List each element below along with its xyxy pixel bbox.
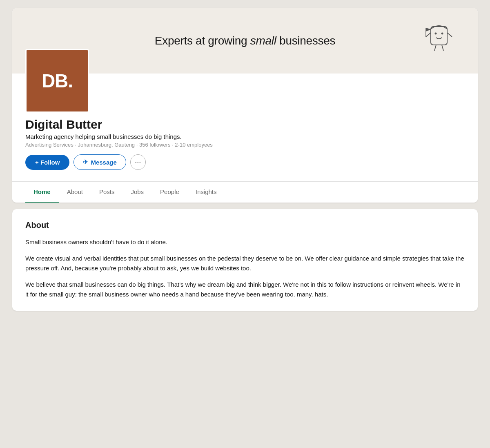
- mascot-illustration: [425, 16, 453, 49]
- svg-rect-0: [431, 27, 447, 45]
- message-button[interactable]: ✈ Message: [74, 154, 126, 170]
- about-paragraph-2: We create visual and verbal identities t…: [25, 254, 465, 273]
- company-meta: Advertising Services · Johannesburg, Gau…: [25, 142, 465, 148]
- company-logo-container: DB.: [25, 49, 465, 113]
- follow-button[interactable]: + Follow: [25, 155, 69, 170]
- action-buttons: + Follow ✈ Message ···: [25, 154, 465, 170]
- about-paragraph-3: We believe that small businesses can do …: [25, 280, 465, 299]
- send-icon: ✈: [83, 158, 88, 166]
- profile-navigation: Home About Posts Jobs People Insights: [12, 181, 478, 203]
- company-name: Digital Butter: [25, 118, 465, 132]
- svg-line-4: [447, 33, 452, 37]
- profile-card: Experts at growing small businesses: [12, 8, 478, 203]
- tab-home[interactable]: Home: [25, 182, 59, 203]
- svg-line-3: [426, 33, 431, 37]
- tab-jobs[interactable]: Jobs: [122, 182, 152, 203]
- company-logo: DB.: [25, 49, 89, 113]
- profile-info-section: DB. Digital Butter Marketing agency help…: [12, 49, 478, 181]
- svg-point-2: [441, 33, 443, 35]
- tab-people[interactable]: People: [152, 182, 187, 203]
- tab-posts[interactable]: Posts: [91, 182, 123, 203]
- logo-initials: DB.: [42, 70, 73, 92]
- banner-tagline: Experts at growing small businesses: [155, 34, 335, 47]
- about-paragraph-1: Small business owners shouldn't have to …: [25, 237, 465, 247]
- tab-insights[interactable]: Insights: [187, 182, 225, 203]
- more-options-button[interactable]: ···: [130, 154, 146, 170]
- about-body: Small business owners shouldn't have to …: [25, 237, 465, 299]
- company-tagline: Marketing agency helping small businesse…: [25, 133, 465, 140]
- about-section: About Small business owners shouldn't ha…: [12, 209, 478, 311]
- about-title: About: [25, 221, 465, 230]
- ellipsis-icon: ···: [135, 158, 141, 167]
- tab-about[interactable]: About: [59, 182, 91, 203]
- svg-point-1: [435, 33, 437, 35]
